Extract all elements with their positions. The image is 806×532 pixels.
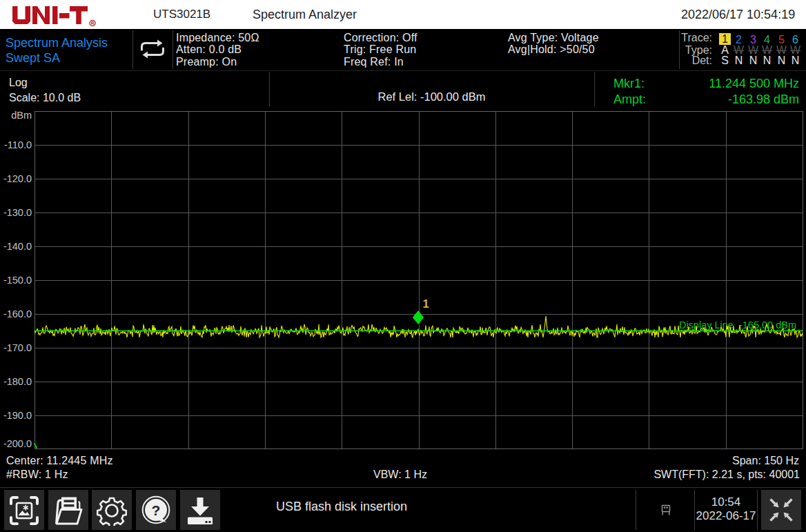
svg-text:-110.0: -110.0 — [4, 139, 32, 150]
svg-text:1: 1 — [423, 297, 429, 310]
svg-text:-190.0: -190.0 — [3, 410, 32, 421]
svg-text:-150.0: -150.0 — [3, 275, 32, 286]
svg-text:?: ? — [152, 502, 161, 518]
svg-text:-140.0: -140.0 — [3, 241, 32, 252]
svg-text:-130.0: -130.0 — [3, 207, 32, 218]
svg-text:-200.0: -200.0 — [3, 438, 32, 449]
svg-text:dBm: dBm — [11, 110, 32, 121]
svg-text:-160.0: -160.0 — [3, 308, 32, 319]
svg-text:-170.0: -170.0 — [3, 342, 32, 353]
svg-text:-180.0: -180.0 — [3, 376, 32, 387]
svg-text:-120.0: -120.0 — [3, 173, 32, 184]
svg-text:R: R — [91, 21, 95, 26]
